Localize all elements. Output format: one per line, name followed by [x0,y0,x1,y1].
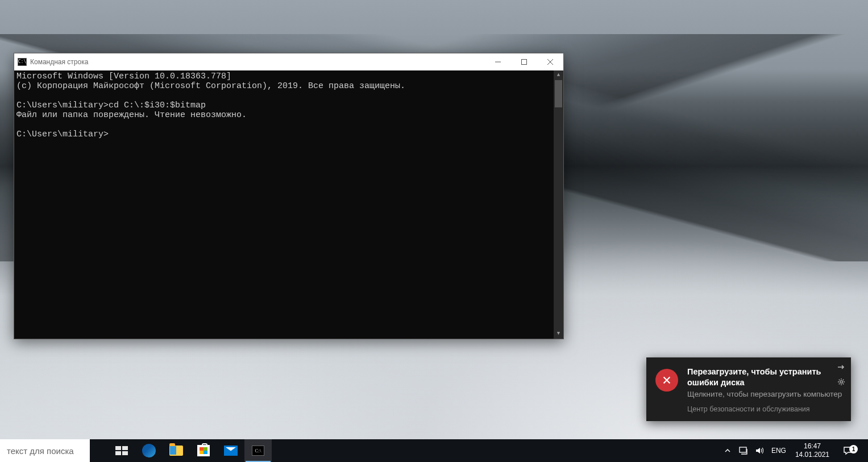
window-controls [485,53,563,70]
taskbar-app-store[interactable] [190,439,217,462]
system-tray: ENG 16:47 14.01.2021 1 [720,439,868,462]
taskbar-app-mail[interactable] [217,439,244,462]
svg-point-1 [840,381,842,383]
cmd-scrollbar[interactable]: ▲ ▼ [554,70,563,339]
cmd-titlebar[interactable]: C:\ Командная строка [14,53,563,70]
taskbar-app-explorer[interactable] [163,439,190,462]
minimize-button[interactable] [485,53,511,70]
close-button[interactable] [537,53,563,70]
notification-toast[interactable]: Перезагрузите, чтобы устранить ошибки ди… [646,357,851,421]
scroll-down-icon[interactable]: ▼ [554,329,563,339]
cmd-icon: C:\ [18,58,27,66]
cmd-line: C:\Users\military>cd C:\:$i30:$bitmap [16,101,206,110]
clock-time: 16:47 [795,442,829,451]
edge-icon [142,444,156,457]
maximize-button[interactable] [511,53,537,70]
cmd-line: C:\Users\military> [16,130,109,139]
network-icon[interactable] [736,439,751,462]
mail-icon [224,446,238,456]
svg-rect-2 [740,447,746,452]
scroll-up-icon[interactable]: ▲ [554,70,563,80]
toast-title: Перезагрузите, чтобы устранить ошибки ди… [687,367,843,388]
taskbar-clock[interactable]: 16:47 14.01.2021 [791,442,834,459]
task-view-button[interactable] [108,439,135,462]
cmd-window[interactable]: C:\ Командная строка Microsoft Windows [… [14,53,564,339]
file-explorer-icon [169,446,183,456]
notification-badge: 1 [849,445,858,453]
task-view-icon [115,446,128,455]
svg-rect-0 [522,60,527,65]
taskbar-app-cmd[interactable]: C:\ [244,439,272,462]
store-icon [197,445,210,456]
taskbar-search-box[interactable]: текст для поиска [0,439,90,462]
volume-icon[interactable] [752,439,767,462]
tray-overflow-button[interactable] [720,439,735,462]
cmd-line: (c) Корпорация Майкрософт (Microsoft Cor… [16,81,405,91]
toast-dismiss-button[interactable] [836,362,846,372]
cmd-body[interactable]: Microsoft Windows [Version 10.0.18363.77… [14,70,563,339]
cmd-taskbar-icon: C:\ [252,446,264,456]
taskbar: C:\ ENG 16:47 14.01.2021 1 [0,439,868,462]
toast-settings-button[interactable] [836,377,846,387]
action-center-button[interactable]: 1 [835,446,861,456]
cmd-title: Командная строка [30,58,88,66]
toast-content: Перезагрузите, чтобы устранить ошибки ди… [687,367,843,413]
language-indicator[interactable]: ENG [768,439,790,462]
scroll-thumb[interactable] [555,80,562,107]
taskbar-items: C:\ [108,439,272,462]
search-placeholder: текст для поиска [7,446,74,456]
cmd-line: Microsoft Windows [Version 10.0.18363.77… [16,72,231,81]
cmd-line: Файл или папка повреждены. Чтение невозм… [16,110,247,120]
taskbar-app-edge[interactable] [135,439,163,462]
toast-source: Центр безопасности и обслуживания [687,405,843,413]
error-icon [655,369,678,392]
toast-body: Щелкните, чтобы перезагрузить компьютер [687,389,843,399]
clock-date: 14.01.2021 [795,451,829,459]
